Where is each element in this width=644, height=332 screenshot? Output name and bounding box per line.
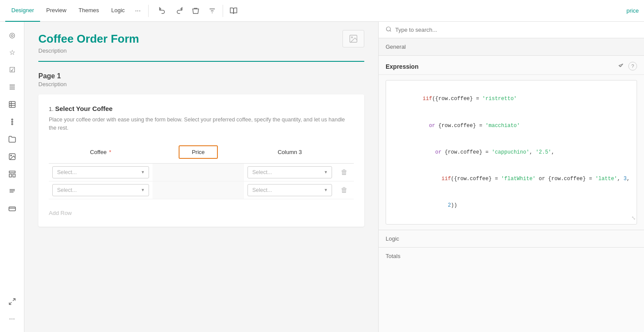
nav-divider xyxy=(148,5,149,17)
coffee-select-1-text: Select... xyxy=(57,169,142,175)
header-actions xyxy=(336,141,354,164)
add-row-button[interactable]: Add Row xyxy=(49,210,72,216)
logic-section: Logic xyxy=(379,230,644,247)
price-link[interactable]: price xyxy=(627,7,639,14)
coffee-select-2-arrow: ▾ xyxy=(142,187,144,193)
search-icon xyxy=(386,26,392,34)
filter-settings-button[interactable] xyxy=(205,4,219,18)
expression-help-icon[interactable]: ? xyxy=(628,62,637,70)
svg-rect-16 xyxy=(9,171,15,173)
more-sidebar-icon[interactable]: ··· xyxy=(4,311,20,327)
col3-select-2-text: Select... xyxy=(252,187,325,193)
form-title: Coffee Order Form xyxy=(38,32,364,46)
code-line-5: 2)) xyxy=(391,192,631,219)
tab-designer[interactable]: Designer xyxy=(5,0,40,22)
undo-button[interactable] xyxy=(156,4,169,18)
question-body: Place your coffee order with ease using … xyxy=(49,116,354,132)
target-icon[interactable]: ◎ xyxy=(4,27,20,43)
svg-point-27 xyxy=(351,37,353,38)
svg-marker-0 xyxy=(193,9,199,13)
book-button[interactable] xyxy=(227,4,241,18)
list-icon[interactable] xyxy=(4,79,20,95)
totals-section: Totals xyxy=(379,247,644,265)
search-bar xyxy=(379,22,644,38)
svg-line-29 xyxy=(390,30,391,32)
col3-select-2[interactable]: Select... ▾ xyxy=(247,184,332,196)
panel-icon[interactable] xyxy=(4,201,20,217)
cell-delete-2: 🗑 xyxy=(336,181,354,199)
delete-row-1-button[interactable]: 🗑 xyxy=(339,167,349,178)
col3-select-1-arrow: ▾ xyxy=(325,169,327,175)
star-icon[interactable]: ☆ xyxy=(4,44,20,60)
code-line-1: iif({row.coffee} = 'ristretto' xyxy=(391,86,631,112)
totals-section-header[interactable]: Totals xyxy=(386,253,400,259)
code-line-2: or {row.coffee} = 'macchiato' xyxy=(391,112,631,139)
matrix-table: Coffee * Price Column 3 xyxy=(49,141,354,199)
svg-rect-22 xyxy=(9,207,15,211)
code-line-3: or {row.coffee} = 'cappuchino', '2.5', xyxy=(391,139,631,165)
code-line-4: iif({row.coffee} = 'flatWhite' or {row.c… xyxy=(391,166,631,192)
cell-col3-1: Select... ▾ xyxy=(244,163,336,181)
logic-section-header[interactable]: Logic xyxy=(386,235,399,242)
page-title: Page 1 xyxy=(38,72,364,80)
expand-icon[interactable] xyxy=(4,294,20,309)
cell-coffee-1: Select... ▾ xyxy=(49,163,153,181)
image-icon[interactable] xyxy=(4,149,20,164)
svg-rect-18 xyxy=(13,174,15,177)
table-icon[interactable] xyxy=(4,97,20,112)
table-row: Select... ▾ Select... ▾ 🗑 xyxy=(49,163,354,181)
expression-label-row: Expression ? xyxy=(379,56,644,75)
top-nav: Designer Preview Themes Logic ··· price xyxy=(0,0,644,22)
form-divider xyxy=(38,61,364,62)
delete-row-2-button[interactable]: 🗑 xyxy=(339,184,349,195)
expression-clear-icon[interactable] xyxy=(616,62,626,71)
svg-rect-7 xyxy=(9,101,15,107)
folder-icon[interactable] xyxy=(4,131,20,147)
svg-point-12 xyxy=(11,121,13,123)
required-star: * xyxy=(109,149,111,155)
tab-themes[interactable]: Themes xyxy=(72,0,105,22)
check-icon[interactable]: ☑ xyxy=(4,62,20,77)
form-description: Description xyxy=(38,47,364,54)
expression-section: Expression ? iif({row.coffee} = 'ristret… xyxy=(379,56,644,230)
resize-handle[interactable]: ⤡ xyxy=(631,214,636,223)
svg-line-24 xyxy=(13,298,15,301)
cell-price-1 xyxy=(153,163,244,181)
search-input[interactable] xyxy=(395,27,637,33)
svg-rect-17 xyxy=(9,174,11,177)
header-col3: Column 3 xyxy=(244,141,336,164)
text-icon[interactable] xyxy=(4,184,20,199)
col3-select-2-arrow: ▾ xyxy=(325,187,327,193)
layout-icon[interactable] xyxy=(4,166,20,182)
question-title: Select Your Coffee xyxy=(55,105,112,112)
col3-select-1[interactable]: Select... ▾ xyxy=(247,166,332,178)
cell-delete-1: 🗑 xyxy=(336,163,354,181)
right-panel: General Expression ? iif({row.coffee} = … xyxy=(378,22,644,332)
question-number: 1. xyxy=(49,106,54,112)
table-row: Select... ▾ Select... ▾ 🗑 xyxy=(49,181,354,199)
nav-right: price xyxy=(627,7,639,14)
coffee-select-1[interactable]: Select... ▾ xyxy=(52,166,149,178)
toolbar-icons xyxy=(156,4,219,18)
expression-label: Expression xyxy=(386,63,418,70)
expression-editor[interactable]: iif({row.coffee} = 'ristretto' or {row.c… xyxy=(386,80,637,225)
matrix-header-row: Coffee * Price Column 3 xyxy=(49,141,354,164)
main-layout: ◎ ☆ ☑ ··· xyxy=(0,22,644,332)
svg-point-11 xyxy=(11,119,13,120)
clear-button[interactable] xyxy=(189,4,203,18)
tab-logic[interactable]: Logic xyxy=(105,0,131,22)
form-image-placeholder[interactable] xyxy=(342,30,364,47)
redo-button[interactable] xyxy=(172,4,186,18)
cell-price-2 xyxy=(153,181,244,199)
svg-line-25 xyxy=(9,302,11,305)
tab-preview[interactable]: Preview xyxy=(40,0,72,22)
general-section-header[interactable]: General xyxy=(379,38,644,56)
header-price: Price xyxy=(153,141,244,164)
flow-icon[interactable] xyxy=(4,114,20,130)
more-nav-button[interactable]: ··· xyxy=(131,4,145,18)
svg-point-15 xyxy=(10,155,11,156)
nav-divider-2 xyxy=(223,5,223,17)
svg-point-13 xyxy=(11,124,13,125)
coffee-select-2[interactable]: Select... ▾ xyxy=(52,184,149,196)
expression-icons: ? xyxy=(616,62,637,71)
